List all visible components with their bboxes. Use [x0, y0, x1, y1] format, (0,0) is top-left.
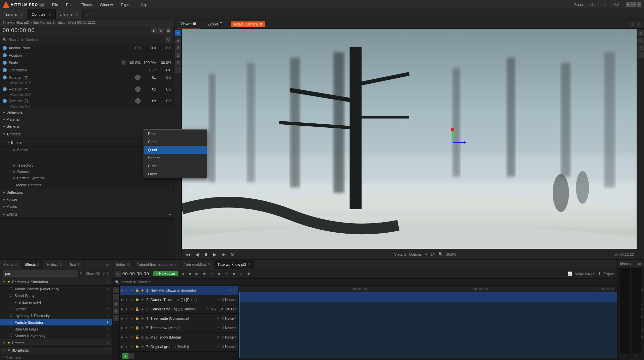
move-tool-btn[interactable]: ✥: [175, 38, 181, 44]
menu-help[interactable]: Help: [136, 1, 151, 8]
tab-controls[interactable]: Controls ☰: [28, 9, 56, 19]
track-7-chain-icon[interactable]: ⊞: [220, 345, 225, 348]
rotation-y-slider[interactable]: [135, 86, 141, 92]
menu-window[interactable]: Window: [96, 1, 116, 8]
select-tool-btn[interactable]: ↖: [175, 30, 181, 36]
prev-frame-btn[interactable]: ◀: [194, 251, 200, 258]
tl-kf-2[interactable]: ◇: [209, 271, 215, 277]
track-1-lock-icon[interactable]: 🔒: [135, 288, 140, 292]
track-content-area[interactable]: 00:00:05:00 00:00:10:00 00:00:12:22: [239, 286, 617, 360]
track-6-vis-icon[interactable]: ●: [124, 335, 129, 339]
panel-settings-icon[interactable]: ☰: [83, 12, 91, 16]
cat-star-presets[interactable]: ☆: [106, 341, 109, 345]
viewer-right-icon-3[interactable]: ↕: [638, 45, 644, 51]
viewer-right-icon-4[interactable]: ↔: [638, 52, 644, 58]
track-2-lock-icon[interactable]: 🔒: [135, 298, 140, 301]
dropdown-option-point[interactable]: Point: [144, 130, 207, 138]
tl-tool-3[interactable]: ✥: [113, 301, 119, 307]
tab-history[interactable]: History ☰: [43, 260, 66, 269]
sub-item-mobile-emitters[interactable]: Mobile Emitters +: [0, 181, 174, 189]
track-1-vis-icon[interactable]: ●: [124, 288, 129, 292]
tl-cursor-btn[interactable]: ↖: [115, 271, 121, 277]
track-3-lock-icon[interactable]: 🔒: [135, 307, 140, 311]
tl-kf-1[interactable]: ◆: [201, 271, 207, 277]
orientation-radio[interactable]: [3, 68, 7, 72]
track-6-mode-dropdown[interactable]: None ▼: [225, 335, 237, 339]
filter-sort-icon[interactable]: ⊽: [102, 272, 105, 276]
scale-radio[interactable]: [3, 61, 7, 65]
track-7-solo-icon[interactable]: ♦: [129, 345, 134, 348]
close-tutorial-tab[interactable]: ✕: [174, 262, 177, 266]
effects-panel-settings-icon[interactable]: ☰: [103, 262, 112, 266]
effect-fire[interactable]: ☐ Fire [Layer only] ☆: [0, 299, 112, 306]
track-2-vis-icon[interactable]: ●: [124, 298, 129, 301]
section-deflectors[interactable]: ▶ Deflectors: [0, 189, 174, 196]
track-5-fx-icon[interactable]: ✏: [216, 326, 220, 329]
track-4-mode-dropdown[interactable]: None ▼: [225, 316, 237, 320]
tl-kf-5[interactable]: ◆: [231, 271, 237, 277]
tl-kf-6[interactable]: ◇: [238, 271, 244, 277]
track-4-fx-icon[interactable]: ✏: [216, 316, 220, 320]
tl-back-btn[interactable]: ◀: [186, 271, 193, 277]
tab-text[interactable]: Text ☰: [66, 260, 84, 269]
star-shatter[interactable]: ☆: [106, 334, 109, 338]
track-2-mode-dropdown[interactable]: None ▼: [225, 298, 237, 302]
keyframe-icon-btn[interactable]: ◆: [151, 27, 157, 34]
track-5-mode-dropdown[interactable]: None ▼: [225, 326, 237, 330]
tab-editor[interactable]: Editor ☰: [112, 260, 133, 269]
filter-icon-2[interactable]: ⊞: [106, 272, 109, 276]
tab-media[interactable]: Media ☰: [0, 260, 21, 269]
track-7-mode-dropdown[interactable]: None ▼: [225, 345, 237, 349]
tab-tute-workflow-pt2[interactable]: Tute workflow pt2 ✕: [214, 260, 254, 269]
track-7-expand[interactable]: ▶: [121, 345, 123, 348]
track-2-solo-icon[interactable]: ♦: [129, 298, 134, 301]
track-5-solo-icon[interactable]: ♦: [129, 326, 134, 329]
cat-star-particles[interactable]: ☆: [106, 280, 109, 284]
track-7-vis-icon[interactable]: ●: [124, 345, 129, 348]
tab-viewer[interactable]: Viewer ☰: [177, 19, 200, 28]
rotation-x-radio[interactable]: [3, 75, 7, 79]
effect-blood-spray[interactable]: ☐ Blood Spray ☆: [0, 292, 112, 299]
mobile-emitters-add-btn[interactable]: +: [169, 182, 171, 188]
track-6-lock-icon[interactable]: 🔒: [135, 335, 140, 339]
menu-effects[interactable]: Effects: [77, 1, 95, 8]
viewer-fit-icon[interactable]: ↔: [631, 22, 635, 26]
effect-particle-simulator[interactable]: ☑ Particle Simulator ★: [0, 319, 112, 326]
tl-prev-btn[interactable]: ⏮: [179, 271, 185, 277]
tl-fwd-btn[interactable]: ▶: [194, 271, 200, 277]
go-start-btn[interactable]: ⏮: [184, 251, 192, 258]
effect-lightning[interactable]: ☐ Lightning & Electricity ☆: [0, 312, 112, 319]
star-atomic[interactable]: ☆: [106, 287, 109, 291]
filter-toggle-btn[interactable]: ▽: [165, 37, 171, 43]
effect-atomic-particle[interactable]: ☐ Atomic Particle [Layer only] ☆: [0, 286, 112, 292]
track-1-expand[interactable]: ▶: [121, 289, 123, 292]
tl-kf-3[interactable]: ◆: [216, 271, 222, 277]
tl-kf-4[interactable]: ◇: [223, 271, 229, 277]
tab-tutorial-comp[interactable]: Tutorial finished comp ✕: [133, 260, 180, 269]
tl-kf-7[interactable]: ◆: [246, 271, 252, 277]
track-4-solo-icon[interactable]: ♦: [129, 316, 134, 320]
close-button[interactable]: ✕: [637, 2, 641, 7]
track-3-solo-icon[interactable]: ♦: [129, 307, 134, 311]
effect-gunfire[interactable]: ☐ Gunfire ☆: [0, 306, 112, 312]
track-4-expand[interactable]: ▶: [121, 317, 123, 320]
track-7-fx-icon[interactable]: ✏: [216, 345, 220, 348]
track-3-chain-icon[interactable]: ⊞: [210, 307, 215, 311]
viewer-right-icon-1[interactable]: ⊞: [638, 30, 644, 36]
section-behaviors[interactable]: ▶ Behaviors: [0, 109, 174, 116]
tl-bottom-tool-1[interactable]: ●: [122, 353, 128, 359]
track-4-lock-icon[interactable]: 🔒: [135, 316, 140, 320]
track-6-fx-icon[interactable]: ✏: [216, 335, 220, 339]
play-btn[interactable]: ▶: [212, 251, 218, 258]
track-3-mode-dropdown[interactable]: 2. Ca...ct(1) ▼: [215, 307, 237, 311]
star-lightning[interactable]: ☆: [106, 313, 109, 318]
effects-search-input[interactable]: [3, 271, 78, 277]
menu-edit[interactable]: Edit: [63, 1, 76, 8]
loop-btn[interactable]: ⟳: [229, 251, 236, 258]
track-2-expand[interactable]: ▶: [121, 298, 123, 301]
cat-star-3d[interactable]: ☆: [106, 348, 109, 352]
tl-tool-2[interactable]: ☐: [113, 294, 119, 300]
viewer-settings-icon[interactable]: ⊞: [637, 22, 641, 26]
clear-search-btn[interactable]: ✕: [79, 271, 83, 276]
track-4-chain-icon[interactable]: ⊞: [220, 316, 225, 320]
